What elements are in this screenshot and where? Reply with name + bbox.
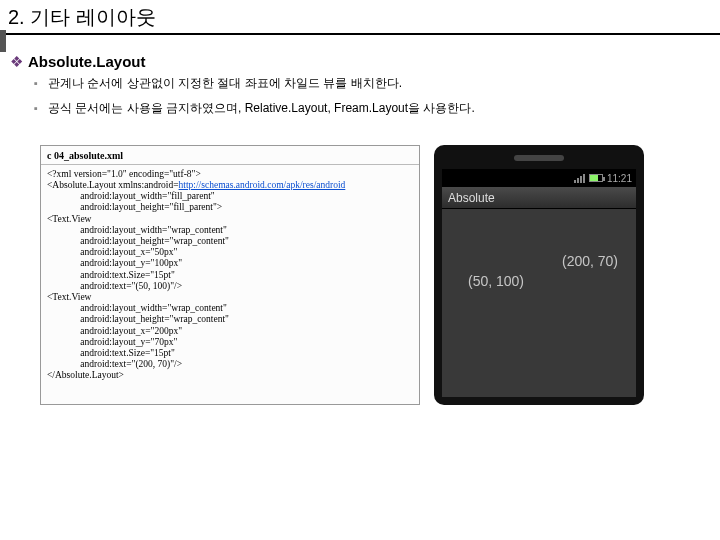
left-accent-bar	[0, 30, 6, 52]
bullet-text: 관계나 순서에 상관없이 지정한 절대 좌표에 차일드 뷰를 배치한다.	[48, 75, 402, 92]
phone-earpiece	[514, 155, 564, 161]
section-bullet-list: ▪ 관계나 순서에 상관없이 지정한 절대 좌표에 차일드 뷰를 배치한다. ▪…	[10, 71, 710, 121]
status-bar: 11:21	[442, 169, 636, 187]
page-title: 2. 기타 레이아웃	[0, 0, 720, 35]
phone-mockup: 11:21 Absolute (50, 100) (200, 70)	[434, 145, 644, 405]
bullet-text: 공식 문서에는 사용을 금지하였으며, Relative.Layout, Fre…	[48, 100, 475, 117]
diamond-bullet-icon: ❖	[10, 53, 28, 71]
coord-label-a: (50, 100)	[468, 273, 524, 289]
status-time: 11:21	[607, 173, 632, 184]
battery-icon	[589, 174, 603, 182]
content-row: c 04_absolute.xml <?xml version="1.0" en…	[0, 127, 720, 405]
code-filename: c 04_absolute.xml	[41, 146, 419, 165]
code-body: <?xml version="1.0" encoding="utf-8"> <A…	[41, 165, 419, 388]
phone-screen: 11:21 Absolute (50, 100) (200, 70)	[442, 169, 636, 397]
coord-label-b: (200, 70)	[562, 253, 618, 269]
app-screen-content: (50, 100) (200, 70)	[442, 209, 636, 397]
list-item: ▪ 공식 문서에는 사용을 금지하였으며, Relative.Layout, F…	[34, 96, 710, 121]
app-title: Absolute	[448, 191, 495, 205]
square-bullet-icon: ▪	[34, 102, 48, 114]
signal-icon	[574, 174, 585, 183]
square-bullet-icon: ▪	[34, 77, 48, 89]
section-heading: Absolute.Layout	[28, 53, 146, 70]
section-absolute-layout: ❖ Absolute.Layout ▪ 관계나 순서에 상관없이 지정한 절대 …	[0, 35, 720, 127]
code-card: c 04_absolute.xml <?xml version="1.0" en…	[40, 145, 420, 405]
app-title-bar: Absolute	[442, 187, 636, 209]
list-item: ▪ 관계나 순서에 상관없이 지정한 절대 좌표에 차일드 뷰를 배치한다.	[34, 71, 710, 96]
